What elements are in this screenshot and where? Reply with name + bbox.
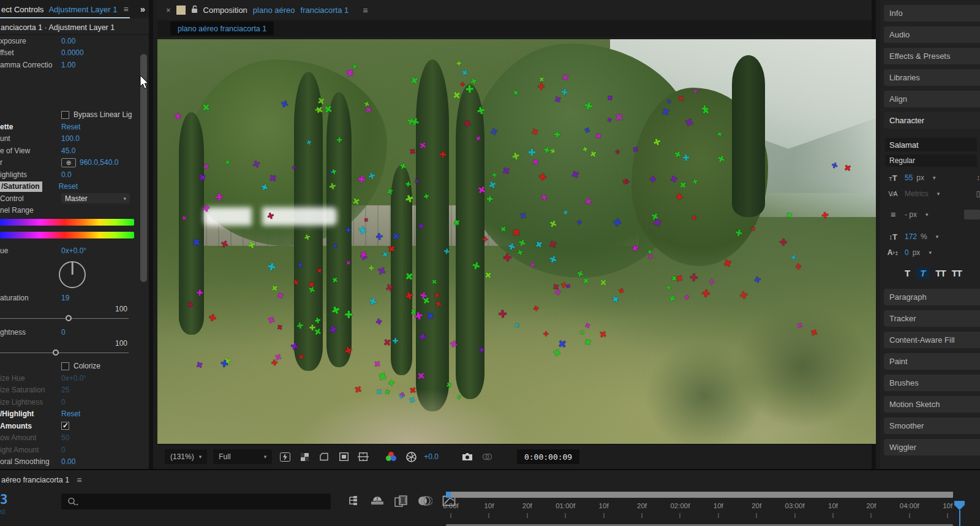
tab-smoother[interactable]: Smoother [884, 417, 980, 434]
baseline-shift-row[interactable]: Aª↥ 0 px ▾ [885, 245, 980, 261]
transparency-grid-icon[interactable] [298, 451, 311, 463]
track-point-marker[interactable]: ✖ [460, 69, 470, 77]
track-point-marker[interactable]: ✖ [386, 245, 396, 253]
track-point-marker[interactable]: ✖ [191, 238, 202, 246]
track-point-marker[interactable]: ✖ [617, 287, 625, 294]
track-point-marker[interactable]: ✖ [331, 242, 339, 250]
track-point-marker[interactable]: ✖ [561, 72, 570, 83]
video-preview[interactable]: ✖✖✖✖✖✖✖✖✖✖✖✖✖✖✖✖✖✖✖✖✖✖✖✖✖✖✖✖✖✖✖✖✖✖✖✖✖✖✖✖… [157, 39, 876, 444]
kerning-value[interactable]: Metrics [905, 189, 929, 198]
track-point-marker[interactable]: ✖ [510, 151, 521, 163]
track-point-marker[interactable]: ✖ [613, 113, 624, 122]
track-point-marker[interactable]: ✖ [470, 260, 483, 272]
track-point-marker[interactable]: ✖ [266, 315, 277, 326]
track-point-marker[interactable]: ✖ [547, 254, 559, 265]
track-point-marker[interactable]: ✖ [484, 194, 495, 204]
track-point-marker[interactable]: ✖ [699, 288, 712, 300]
track-point-marker[interactable]: ✖ [437, 149, 449, 160]
track-point-marker[interactable]: ✖ [674, 192, 685, 203]
track-point-marker[interactable]: ✖ [185, 300, 195, 310]
track-point-marker[interactable]: ✖ [316, 267, 322, 274]
track-point-marker[interactable]: ✖ [403, 289, 415, 302]
track-point-marker[interactable]: ✖ [539, 192, 549, 204]
track-point-marker[interactable]: ✖ [749, 226, 756, 234]
track-point-marker[interactable]: ✖ [374, 317, 383, 327]
track-point-marker[interactable]: ✖ [269, 358, 279, 368]
channel-settings-icon[interactable] [385, 451, 398, 463]
snapshot-camera-icon[interactable] [461, 451, 474, 463]
track-point-marker[interactable]: ✖ [409, 387, 417, 394]
track-point-marker[interactable]: ✖ [496, 307, 509, 321]
track-point-marker[interactable]: ✖ [578, 329, 586, 337]
track-point-marker[interactable]: ✖ [530, 128, 540, 138]
track-point-marker[interactable]: ✖ [279, 99, 289, 109]
effect-controls-tab[interactable]: ect Controls Adjustment Layer 1 ≡ [0, 0, 149, 18]
track-point-marker[interactable]: ✖ [777, 237, 789, 248]
track-point-marker[interactable]: ✖ [502, 166, 511, 177]
track-point-marker[interactable]: ✖ [327, 324, 339, 337]
center-point-button[interactable]: ⊕ [61, 158, 76, 167]
track-point-marker[interactable]: ✖ [225, 159, 231, 164]
track-point-marker[interactable]: ✖ [722, 257, 733, 269]
track-point-marker[interactable]: ✖ [598, 330, 608, 338]
track-point-marker[interactable]: ✖ [752, 275, 762, 285]
track-point-marker[interactable]: ✖ [548, 219, 559, 229]
property-value[interactable]: 19 [61, 294, 69, 302]
track-point-marker[interactable]: ✖ [570, 169, 580, 180]
track-point-marker[interactable]: ✖ [352, 197, 361, 208]
mask-visibility-icon[interactable] [337, 451, 350, 463]
tab-content-aware-fill[interactable]: Content-Aware Fill [884, 332, 980, 348]
panel-menu-icon[interactable]: ≡ [77, 475, 81, 485]
chevron-down-icon[interactable]: ▾ [937, 191, 940, 197]
track-point-marker[interactable]: ✖ [581, 100, 594, 112]
track-point-marker[interactable]: ✖ [372, 360, 381, 367]
frame-blending-icon[interactable] [394, 495, 408, 507]
track-point-marker[interactable]: ✖ [305, 139, 312, 147]
track-point-marker[interactable]: ✖ [513, 89, 519, 96]
track-point-marker[interactable]: ✖ [679, 181, 687, 190]
checkbox[interactable] [61, 362, 69, 370]
track-point-marker[interactable]: ✖ [376, 371, 388, 383]
tab-brushes[interactable]: Brushes [884, 375, 980, 391]
kerning-row[interactable]: V∕A Metrics ▾ ▯ [885, 186, 980, 202]
track-point-marker[interactable]: ✖ [391, 231, 401, 242]
track-point-marker[interactable]: ✖ [809, 328, 818, 337]
track-point-marker[interactable]: ✖ [302, 234, 311, 243]
track-point-marker[interactable]: ✖ [613, 148, 621, 156]
track-point-marker[interactable]: ✖ [404, 272, 414, 283]
tab-tracker[interactable]: Tracker [884, 310, 980, 327]
track-point-marker[interactable]: ✖ [830, 161, 839, 169]
track-point-marker[interactable]: ✖ [565, 283, 571, 288]
track-point-marker[interactable]: ✖ [668, 174, 679, 185]
track-point-marker[interactable]: ✖ [652, 137, 663, 148]
track-point-marker[interactable]: ✖ [682, 116, 695, 128]
track-point-marker[interactable]: ✖ [516, 238, 527, 248]
track-point-marker[interactable]: ✖ [491, 172, 498, 179]
track-point-marker[interactable]: ✖ [398, 162, 407, 170]
track-point-marker[interactable]: ✖ [410, 308, 417, 316]
track-point-marker[interactable]: ✖ [172, 111, 183, 123]
track-point-marker[interactable]: ✖ [461, 118, 472, 129]
track-point-marker[interactable]: ✖ [343, 345, 354, 357]
vertical-scale-value[interactable]: 172 [905, 232, 917, 241]
track-point-marker[interactable]: ✖ [268, 173, 277, 184]
track-point-marker[interactable]: ✖ [364, 218, 369, 223]
track-point-marker[interactable]: ✖ [594, 132, 603, 141]
chevron-down-icon[interactable]: ▾ [936, 234, 939, 240]
track-point-marker[interactable]: ✖ [195, 360, 203, 370]
track-point-marker[interactable]: ✖ [346, 260, 352, 266]
track-point-marker[interactable]: ✖ [421, 192, 430, 201]
exposure-value[interactable]: +0.0 [424, 452, 439, 461]
track-point-marker[interactable]: ✖ [342, 308, 355, 322]
track-point-marker[interactable]: ✖ [692, 87, 698, 94]
track-point-marker[interactable]: ✖ [452, 90, 461, 101]
track-point-marker[interactable]: ✖ [409, 75, 419, 86]
track-point-marker[interactable]: ✖ [562, 209, 569, 216]
timeline-current-time[interactable]: 3 [0, 492, 8, 507]
tab-effects-presets[interactable]: Effects & Presets [884, 48, 980, 64]
property-value[interactable]: 0x+0.0° [61, 246, 86, 255]
property-value[interactable]: 0.00 [61, 457, 75, 466]
track-point-marker[interactable]: ✖ [511, 228, 521, 237]
track-point-marker[interactable]: ✖ [328, 181, 338, 192]
track-point-marker[interactable]: ✖ [683, 294, 690, 301]
